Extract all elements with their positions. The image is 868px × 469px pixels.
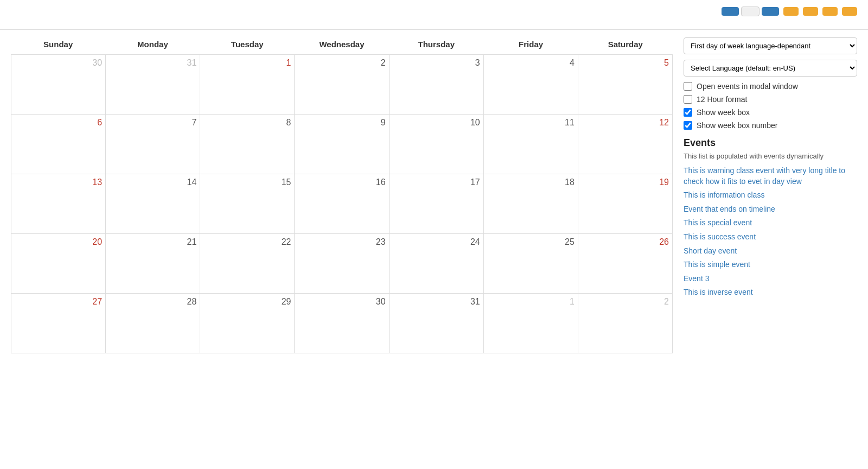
day-header-sunday: Sunday [11, 35, 105, 53]
cal-day-number: 30 [298, 297, 385, 307]
cal-cell[interactable]: 11 [484, 115, 578, 174]
cal-cell[interactable]: 16 [295, 174, 389, 234]
first-day-select[interactable]: First day of week language-dependantSund… [684, 37, 857, 54]
modal-window-checkbox[interactable] [684, 82, 692, 91]
cal-cell[interactable]: 1 [484, 294, 578, 353]
cal-cell[interactable]: 19 [578, 174, 673, 234]
cal-day-number: 24 [393, 237, 480, 247]
week-view-button[interactable] [822, 7, 838, 16]
cal-cell[interactable]: 2 [295, 55, 389, 115]
cal-day-number: 22 [203, 237, 291, 247]
cal-day-number: 5 [582, 58, 669, 68]
cal-day-number: 16 [298, 178, 385, 187]
cal-cell[interactable]: 5 [578, 55, 673, 115]
event-link-2[interactable]: Event that ends on timeline [684, 204, 857, 215]
cal-cell[interactable]: 21 [106, 234, 200, 294]
events-title: Events [684, 137, 857, 149]
event-link-8[interactable]: This is inverse event [684, 287, 857, 298]
day-header-monday: Monday [105, 35, 200, 53]
language-select[interactable]: Select Language (default: en-US)en-USde-… [684, 60, 857, 77]
calendar: SundayMondayTuesdayWednesdayThursdayFrid… [11, 35, 673, 353]
cal-cell[interactable]: 2 [578, 294, 673, 353]
prev-button[interactable] [722, 7, 739, 16]
cal-cell[interactable]: 31 [390, 294, 484, 353]
event-link-7[interactable]: Event 3 [684, 274, 857, 284]
next-button[interactable] [762, 7, 779, 16]
modal-window-checkbox-item: Open events in modal window [684, 82, 857, 91]
cal-day-number: 31 [393, 297, 480, 307]
main-content: SundayMondayTuesdayWednesdayThursdayFrid… [0, 35, 868, 353]
cal-day-number: 12 [582, 118, 669, 128]
cal-cell[interactable]: 30 [11, 55, 106, 115]
day-header-saturday: Saturday [578, 35, 673, 53]
show-week-box-checkbox[interactable] [684, 108, 692, 117]
cal-cell[interactable]: 20 [11, 234, 106, 294]
cal-cell[interactable]: 13 [11, 174, 106, 234]
cal-day-number: 2 [298, 58, 385, 68]
cal-cell[interactable]: 14 [106, 174, 200, 234]
cal-day-number: 6 [15, 118, 102, 128]
cal-cell[interactable]: 15 [200, 174, 295, 234]
cal-day-number: 10 [393, 118, 480, 128]
cal-day-number: 27 [15, 297, 102, 307]
cal-cell[interactable]: 18 [484, 174, 578, 234]
cal-day-number: 9 [298, 118, 385, 128]
event-link-6[interactable]: This is simple event [684, 259, 857, 270]
year-view-button[interactable] [783, 7, 799, 16]
calendar-day-headers: SundayMondayTuesdayWednesdayThursdayFrid… [11, 35, 673, 53]
sidebar: First day of week language-dependantSund… [684, 35, 857, 353]
cal-day-number: 15 [203, 178, 291, 187]
header [0, 0, 868, 21]
cal-cell[interactable]: 31 [106, 55, 200, 115]
cal-day-number: 8 [203, 118, 291, 128]
events-subtitle: This list is populated with events dynam… [684, 152, 857, 160]
day-view-button[interactable] [842, 7, 857, 16]
cal-day-number: 20 [15, 237, 102, 247]
month-view-button[interactable] [803, 7, 818, 16]
header-navigation [722, 7, 857, 16]
event-link-1[interactable]: This is information class [684, 190, 857, 201]
event-link-5[interactable]: Short day event [684, 246, 857, 257]
cal-day-number: 14 [109, 178, 196, 187]
show-week-box-label: Show week box [697, 108, 750, 117]
event-link-3[interactable]: This is special event [684, 218, 857, 229]
cal-cell[interactable]: 27 [11, 294, 106, 353]
cal-day-number: 3 [393, 58, 480, 68]
hour-format-checkbox[interactable] [684, 95, 692, 104]
cal-day-number: 25 [487, 237, 575, 247]
cal-cell[interactable]: 22 [200, 234, 295, 294]
show-week-box-checkbox-item: Show week box [684, 108, 857, 117]
hour-format-checkbox-item: 12 Hour format [684, 95, 857, 104]
hour-format-label: 12 Hour format [697, 95, 747, 104]
cal-cell[interactable]: 12 [578, 115, 673, 174]
cal-cell[interactable]: 4 [484, 55, 578, 115]
show-week-box-number-checkbox[interactable] [684, 121, 692, 130]
cal-cell[interactable]: 3 [390, 55, 484, 115]
event-link-0[interactable]: This is warning class event with very lo… [684, 166, 857, 187]
cal-day-number: 29 [203, 297, 291, 307]
subtitle-text [0, 21, 868, 29]
cal-cell[interactable]: 9 [295, 115, 389, 174]
cal-cell[interactable]: 26 [578, 234, 673, 294]
cal-cell[interactable]: 7 [106, 115, 200, 174]
cal-cell[interactable]: 17 [390, 174, 484, 234]
cal-day-number: 1 [203, 58, 291, 68]
cal-day-number: 19 [582, 178, 669, 187]
events-list: This is warning class event with very lo… [684, 166, 857, 298]
cal-cell[interactable]: 25 [484, 234, 578, 294]
day-header-tuesday: Tuesday [200, 35, 295, 53]
cal-cell[interactable]: 10 [390, 115, 484, 174]
cal-day-number: 28 [109, 297, 196, 307]
cal-cell[interactable]: 6 [11, 115, 106, 174]
cal-cell[interactable]: 1 [200, 55, 295, 115]
event-link-4[interactable]: This is success event [684, 232, 857, 243]
cal-cell[interactable]: 8 [200, 115, 295, 174]
today-button[interactable] [741, 7, 760, 16]
cal-cell[interactable]: 23 [295, 234, 389, 294]
cal-cell[interactable]: 28 [106, 294, 200, 353]
cal-day-number: 1 [487, 297, 575, 307]
cal-cell[interactable]: 29 [200, 294, 295, 353]
cal-cell[interactable]: 30 [295, 294, 389, 353]
cal-cell[interactable]: 24 [390, 234, 484, 294]
cal-day-number: 13 [15, 178, 102, 187]
